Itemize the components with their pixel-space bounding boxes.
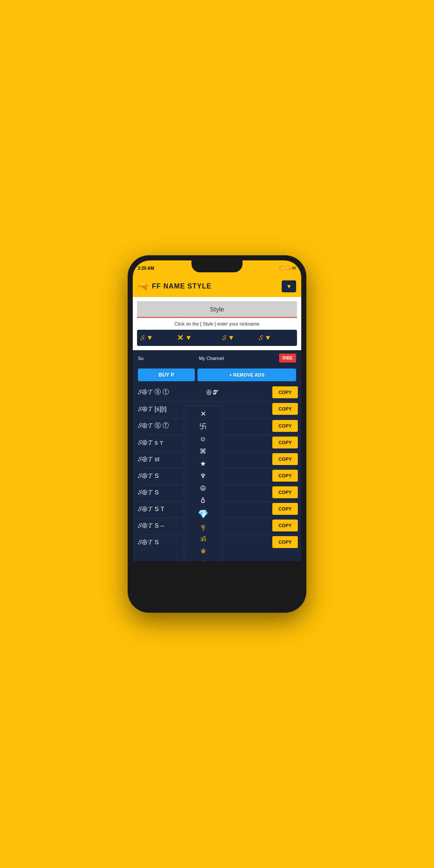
copy-button-3[interactable]: COPY [272,420,298,432]
name-display-1b: 🏵𝓣 [204,386,271,398]
battery-icon: 85 [292,266,296,270]
symbol-khanda2[interactable]: ☬ [184,545,222,557]
wifi-icon: 🛜 [286,266,290,270]
name-char-8: 𝓢🏵𝓣 S T [138,505,164,513]
action-buttons: BUY P + REMOVE ADS [133,366,301,384]
style-symbol-4: 𝓢 [259,334,263,342]
symbol-khanda1[interactable]: ৠ [184,521,222,533]
chevron-down-icon-4: ▼ [265,334,271,342]
copy-button-1[interactable]: COPY [272,386,298,398]
header-dropdown-button[interactable]: ▼ [282,280,296,292]
main-scroll-area[interactable]: Su My Channel RIBE BUY P + REMOVE ADS ✕ … [133,350,301,608]
style-selector-1[interactable]: 𝓢 ▼ [140,334,175,342]
name-char-2: 𝓢🏵𝓣 [s][t] [138,405,167,413]
chevron-down-icon-1: ▼ [146,334,153,342]
buy-premium-button[interactable]: BUY P [138,368,195,381]
style-selectors: 𝓢 ▼ ✕ ▼ 𝓢 ▼ 𝓢 ▼ [137,330,297,346]
name-char-5: 𝓢🏵𝓣 st [138,455,160,463]
symbol-peace[interactable]: ☮ [184,482,222,494]
copy-button-8[interactable]: COPY [272,503,298,515]
subscribe-text: Su [138,356,143,361]
channel-text: My Channel [199,356,224,361]
app-title: FF NAME STYLE [152,283,211,290]
name-char-1: 𝓢🏵𝓣 ⓢ ⓣ [138,388,169,396]
cross-symbol: ✕ [177,333,183,343]
style-selector-2[interactable]: ▼ [185,334,220,342]
symbol-dropdown[interactable]: ✕ 卐 ⎊ ⌘ ★ ♆ ☮ ♁ 💎 ৠ ॐ ☬ ☯ ✝ † [184,405,222,561]
copy-button-2[interactable]: COPY [272,403,298,415]
style-symbol-3: 𝓢 [222,334,226,342]
name-char-1b: 🏵𝓣 [206,388,219,396]
notch [191,260,243,272]
symbol-om[interactable]: ॐ [184,533,222,545]
copy-button-9[interactable]: COPY [272,520,298,531]
style-symbol-2: ▼ [185,334,192,342]
name-char-6: 𝓢🏵𝓣 S [138,472,159,480]
style-input-area: Click on the [ Style ] enter your nickna… [133,297,301,350]
name-char-9: 𝓢🏵𝓣 S – [138,522,164,529]
name-display-1: 𝓢🏵𝓣 ⓢ ⓣ [136,385,203,399]
symbol-tao[interactable]: ☯ [184,557,222,561]
name-char-4: 𝓢🏵𝓣 ѕ ᴛ [138,439,163,446]
name-char-3: 𝓢🏵𝓣 Ⓢ Ⓣ [138,422,169,430]
symbol-neptune[interactable]: ♆ [184,470,222,482]
status-bar: 2:20 AM 📶 🛜 85 [133,260,301,276]
remove-ads-button[interactable]: + REMOVE ADS [197,368,296,381]
symbol-earth[interactable]: ♁ [184,494,222,507]
symbol-diamond[interactable]: 💎 [184,507,222,521]
status-icons: 📶 🛜 85 [279,266,296,270]
style-input[interactable] [137,301,297,318]
symbol-trident[interactable]: ⎊ [184,433,222,445]
name-char-7: 𝓢🏵𝓣 S [138,488,159,496]
copy-button-5[interactable]: COPY [272,453,298,465]
instruction-text: Click on the [ Style ] enter your nickna… [137,321,297,326]
copy-button-4[interactable]: COPY [272,437,298,448]
copy-button-7[interactable]: COPY [272,486,298,498]
copy-button-10[interactable]: COPY [272,536,298,548]
subscribe-button[interactable]: RIBE [279,354,296,363]
symbol-cmd[interactable]: ⌘ [184,445,222,457]
signal-icon: 📶 [279,266,284,270]
style-symbol-1: 𝓢 [140,334,145,342]
table-row: 𝓢🏵𝓣 ⓢ ⓣ 🏵𝓣 COPY [136,385,298,399]
subscribe-section: Su My Channel RIBE [133,350,301,366]
symbol-star[interactable]: ★ [184,457,222,470]
style-selector-4[interactable]: 𝓢 ▼ [259,334,294,342]
symbol-swastika[interactable]: 卐 [184,420,222,433]
style-selector-3[interactable]: 𝓢 ▼ [222,334,257,342]
symbol-cross[interactable]: ✕ [184,408,222,420]
chevron-down-icon-3: ▼ [228,334,235,342]
status-time: 2:20 AM [138,266,154,271]
app-header: 🔫 FF NAME STYLE ▼ [133,276,301,297]
gun-icon: 🔫 [138,281,148,291]
copy-button-6[interactable]: COPY [272,470,298,482]
main-content: Su My Channel RIBE BUY P + REMOVE ADS ✕ … [133,350,301,561]
name-char-10: 𝓢🏵𝓣 S [138,538,159,546]
app-title-section: 🔫 FF NAME STYLE [138,281,211,291]
